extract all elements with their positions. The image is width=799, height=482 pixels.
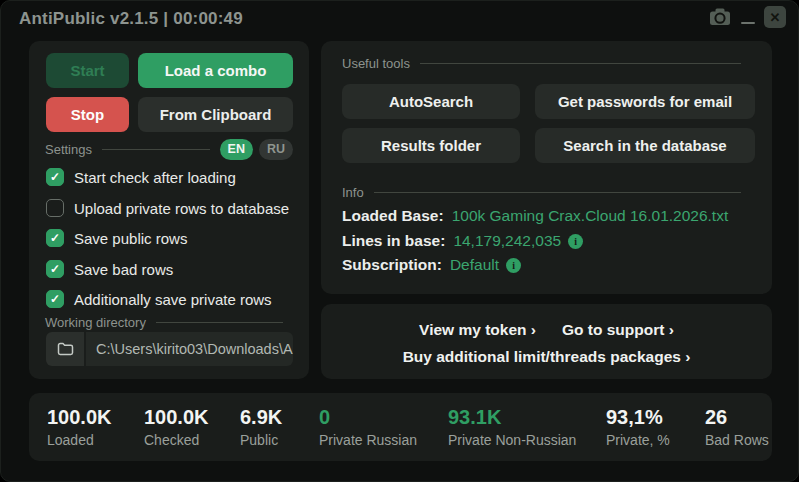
useful-tools-header: Useful tools [321, 54, 772, 72]
subscription-value: Default [450, 256, 499, 274]
working-directory-header: Working directory [29, 313, 309, 331]
checkbox-save-bad-rows[interactable]: ✓ Save bad rows [46, 258, 297, 280]
info-icon[interactable]: i [506, 258, 521, 273]
stat-label: Public [240, 432, 282, 448]
buy-packages-link[interactable]: Buy additional limit/threads packages › [403, 348, 691, 366]
divider [102, 149, 210, 150]
checkbox-upload-private-rows[interactable]: Upload private rows to database [46, 197, 297, 219]
stat-value: 93,1% [606, 405, 670, 429]
checkbox-start-check-after-loading[interactable]: ✓ Start check after loading [46, 166, 297, 188]
stat-label: Checked [144, 432, 209, 448]
checkbox-icon[interactable]: ✓ [46, 260, 64, 278]
loaded-base-label: Loaded Base: [342, 207, 444, 225]
load-combo-button[interactable]: Load a combo [138, 53, 293, 88]
titlebar-controls: ✕ [708, 6, 786, 28]
autosearch-button[interactable]: AutoSearch [342, 84, 520, 119]
checkbox-label: Save bad rows [74, 261, 173, 278]
app-window: AntiPublic v2.1.5 | 00:00:49 ✕ Start Loa… [0, 0, 799, 482]
info-header: Info [321, 183, 772, 201]
window-title: AntiPublic v2.1.5 | 00:00:49 [19, 9, 243, 29]
checkbox-icon[interactable]: ✓ [46, 229, 64, 247]
stat-value: 26 [705, 405, 769, 429]
divider [420, 63, 741, 64]
minimize-icon[interactable] [741, 6, 755, 28]
stat-private-non-russian: 93.1K Private Non-Russian [448, 405, 576, 448]
view-my-token-link[interactable]: View my token › [419, 321, 536, 339]
checkbox-label: Save public rows [74, 230, 187, 247]
working-directory-label: Working directory [45, 315, 146, 330]
stat-value: 93.1K [448, 405, 576, 429]
stats-panel: 100.0K Loaded 100.0K Checked 6.9K Public… [29, 393, 772, 461]
get-passwords-button[interactable]: Get passwords for email [535, 84, 755, 119]
useful-tools-label: Useful tools [342, 56, 410, 71]
links-row: View my token › Go to support › [321, 321, 772, 339]
stat-loaded: 100.0K Loaded [47, 405, 112, 448]
stat-value: 6.9K [240, 405, 282, 429]
stat-value: 100.0K [144, 405, 209, 429]
control-panel: Start Load a combo Stop From Clipboard S… [29, 41, 309, 379]
stat-label: Loaded [47, 432, 112, 448]
checkbox-icon[interactable] [46, 199, 64, 217]
checkbox-icon[interactable]: ✓ [46, 168, 64, 186]
subscription-label: Subscription: [342, 256, 442, 274]
language-toggle-en[interactable]: EN [220, 139, 253, 160]
checkbox-label: Additionally save private rows [74, 291, 272, 308]
working-directory-row: C:\Users\kirito03\Downloads\An... [46, 332, 293, 366]
folder-browse-button[interactable] [46, 332, 84, 366]
stat-private-percent: 93,1% Private, % [606, 405, 670, 448]
stat-label: Private, % [606, 432, 670, 448]
checkbox-label: Start check after loading [74, 169, 236, 186]
from-clipboard-button[interactable]: From Clipboard [138, 97, 293, 132]
stat-label: Private Russian [319, 432, 417, 448]
search-database-button[interactable]: Search in the database [535, 128, 755, 163]
titlebar: AntiPublic v2.1.5 | 00:00:49 ✕ [1, 1, 798, 35]
stat-checked: 100.0K Checked [144, 405, 209, 448]
checkbox-label: Upload private rows to database [74, 200, 289, 217]
lines-in-base-value: 14,179,242,035 [453, 232, 561, 250]
subscription-row: Subscription: Default i [342, 254, 756, 276]
info-label: Info [342, 185, 364, 200]
go-to-support-link[interactable]: Go to support › [562, 321, 674, 339]
close-icon[interactable]: ✕ [764, 6, 786, 28]
stat-value: 100.0K [47, 405, 112, 429]
start-button[interactable]: Start [46, 53, 129, 88]
settings-label: Settings [45, 142, 92, 157]
results-folder-button[interactable]: Results folder [342, 128, 520, 163]
stat-private-russian: 0 Private Russian [319, 405, 417, 448]
settings-header: Settings EN RU [29, 138, 309, 160]
loaded-base-row: Loaded Base: 100k Gaming Crax.Cloud 16.0… [342, 205, 756, 227]
divider [156, 322, 283, 323]
stat-public: 6.9K Public [240, 405, 282, 448]
tools-info-panel: Useful tools AutoSearch Get passwords fo… [321, 41, 772, 294]
lines-in-base-row: Lines in base: 14,179,242,035 i [342, 230, 756, 252]
camera-icon[interactable] [708, 6, 732, 28]
info-icon[interactable]: i [568, 234, 583, 249]
language-toggle-ru[interactable]: RU [259, 139, 293, 160]
stat-label: Bad Rows [705, 432, 769, 448]
checkbox-icon[interactable]: ✓ [46, 290, 64, 308]
working-directory-input[interactable]: C:\Users\kirito03\Downloads\An... [86, 332, 293, 366]
stat-value: 0 [319, 405, 417, 429]
links-panel: View my token › Go to support › Buy addi… [321, 304, 772, 379]
links-row: Buy additional limit/threads packages › [321, 348, 772, 366]
loaded-base-value: 100k Gaming Crax.Cloud 16.01.2026.txt [452, 207, 729, 225]
stat-label: Private Non-Russian [448, 432, 576, 448]
lines-in-base-label: Lines in base: [342, 232, 445, 250]
checkbox-save-public-rows[interactable]: ✓ Save public rows [46, 227, 297, 249]
divider [374, 192, 741, 193]
folder-icon [57, 342, 74, 356]
stop-button[interactable]: Stop [46, 97, 129, 132]
stat-bad-rows: 26 Bad Rows [705, 405, 769, 448]
checkbox-additionally-save-private-rows[interactable]: ✓ Additionally save private rows [46, 288, 297, 310]
